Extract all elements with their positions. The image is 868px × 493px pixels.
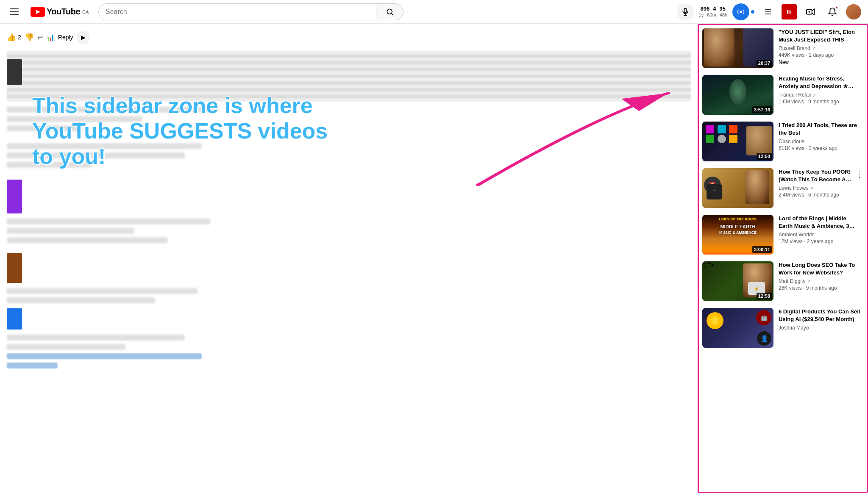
stats-top: 896 4 95 [701,6,726,12]
search-icon [386,8,394,16]
video-title: Healing Music for Stress, Anxiety and De… [779,75,862,90]
video-info: Healing Music for Stress, Anxiety and De… [777,75,863,115]
stat-time3: 48h [720,12,727,18]
search-button[interactable] [376,3,403,20]
more-options-button[interactable]: ⋮ [854,168,865,181]
header: YouTube CA 896 4 95 [0,0,868,24]
notifications-button[interactable] [824,3,841,20]
video-thumbnail: LORD OF THE RINGS MIDDLE EARTHMUSIC & AM… [702,215,773,255]
video-meta: 449K views · 2 days ago [779,52,862,58]
video-card[interactable]: ');"> 💰 12:58How Long Does SEO Take To W… [699,258,867,305]
video-info: Lord of the Rings | Middle Earth Music &… [777,215,863,255]
send-icon: ▶ [81,34,86,41]
verified-icon: ✓ [807,279,811,284]
notification-dot [835,6,838,9]
svg-point-2 [387,9,392,14]
svg-rect-4 [684,8,686,12]
menu-dots-icon [764,8,772,16]
blur-row [7,228,134,234]
video-title: "YOU JUST LIED!" Sh*t, Elon Musk Just Ex… [779,28,862,44]
duration-badge: 20:37 [757,60,772,66]
duration-badge: 3:57:16 [752,106,772,113]
thumbs-down-icon: 👎 [25,33,34,42]
header-icon-group [732,3,754,20]
logo-container[interactable]: YouTube CA [31,7,89,17]
send-button[interactable]: ▶ [77,30,90,44]
add-video-icon [806,7,815,17]
sidebar: 20:37"YOU JUST LIED!" Sh*t, Elon Musk Ju… [698,24,868,493]
svg-line-3 [391,13,393,15]
ib-label: Ib [787,8,792,15]
video-thumbnail: 20:37 [702,28,773,68]
video-meta: 2.4M views · 6 months ago [779,192,862,198]
overlay-text-container: This sidebar zone is where YouTube SUGGE… [32,93,329,169]
blur-row [7,344,125,350]
search-input[interactable] [99,8,376,16]
blurred-content: This sidebar zone is where YouTube SUGGE… [7,51,691,368]
mic-button[interactable] [677,3,694,20]
video-info: How They Keep You POOR! (Watch This To B… [777,168,863,208]
blur-row [7,335,185,341]
broadcast-icon [737,8,745,16]
stats-badge: 896 4 95 1y 60m 48h [699,6,727,18]
video-meta: 26K views · 9 months ago [779,285,862,291]
video-title: How Long Does SEO Take To Work for New W… [779,261,862,277]
thumbs-up-icon: 👍 [7,33,16,42]
like-count: 2 [18,34,21,41]
reply-label: Reply [58,34,73,41]
channel-name: Ambient Worlds [779,232,862,238]
video-info: "YOU JUST LIED!" Sh*t, Elon Musk Just Ex… [777,28,863,68]
video-card[interactable]: 12:50I Tried 200 AI Tools, These are the… [699,118,867,165]
video-card[interactable]: ⭐ 🤖 👤 6 Digital Products You Can Sell Us… [699,305,867,351]
stat-count2: 4 [713,6,716,12]
hamburger-button[interactable] [7,3,24,20]
video-card[interactable]: 3:57:16Healing Music for Stress, Anxiety… [699,72,867,118]
youtube-logo-icon [31,7,45,17]
video-title: I Tried 200 AI Tools, These are the Best [779,122,862,137]
video-card[interactable]: LORD OF THE RINGS MIDDLE EARTHMUSIC & AM… [699,211,867,258]
video-thumbnail: ⏰ ≡ [702,168,773,208]
sidebar-zone-text: This sidebar zone is where YouTube SUGGE… [32,93,329,169]
video-info: 6 Digital Products You Can Sell Using AI… [777,308,863,348]
share-icon: ↩ [37,33,43,42]
blur-row [7,297,155,303]
channel-name: Lewis Howes✓ [779,185,862,191]
header-right: 896 4 95 1y 60m 48h [677,3,861,20]
blur-row [7,237,168,243]
svg-point-7 [740,11,742,13]
video-thumbnail: 3:57:16 [702,75,773,115]
video-info: How Long Does SEO Take To Work for New W… [777,261,863,301]
video-info: I Tried 200 AI Tools, These are the Best… [777,122,863,161]
video-card[interactable]: 20:37"YOU JUST LIED!" Sh*t, Elon Musk Ju… [699,25,867,72]
avatar-button[interactable] [846,4,861,19]
video-thumbnail: ⭐ 🤖 👤 [702,308,773,348]
channel-name: Russell Brand✓ [779,45,862,51]
reply-button[interactable]: Reply [58,34,73,41]
channel-name: Matt Diggity✓ [779,278,862,284]
status-dot [751,10,754,14]
channel-name: Obscurious [779,138,862,144]
stat-count3: 95 [720,6,726,12]
ib-icon-button[interactable]: Ib [782,4,797,19]
video-meta: 1.6M views · 9 months ago [779,99,862,105]
dislike-button[interactable]: 👎 [25,33,34,42]
duration-badge: 3:00:11 [752,246,772,253]
broadcast-icon-button[interactable] [732,3,749,20]
duration-badge: 12:50 [757,153,772,160]
stats-bottom: 1y 60m 48h [699,12,727,18]
video-thumbnail: ');"> 💰 12:58 [702,261,773,301]
blur-row [7,288,198,294]
hamburger-icon [10,7,20,17]
like-button[interactable]: 👍 2 [7,33,21,42]
chart-icon: 📊 [46,33,55,42]
channel-name: Joshua Mayo [779,325,862,331]
youtube-wordmark: YouTube [47,7,80,17]
video-title: How They Keep You POOR! (Watch This To B… [779,168,862,183]
stat-time1: 1y [699,12,704,18]
menu-dots-button[interactable] [760,3,776,20]
video-thumbnail: 12:50 [702,122,773,161]
video-card[interactable]: ⏰ ≡ How They Keep You POOR! (Watch This … [699,165,867,211]
add-video-button[interactable] [802,3,819,20]
user-avatar [846,4,861,19]
main-layout: 👍 2 👎 ↩ 📊 Reply ▶ [0,24,868,493]
